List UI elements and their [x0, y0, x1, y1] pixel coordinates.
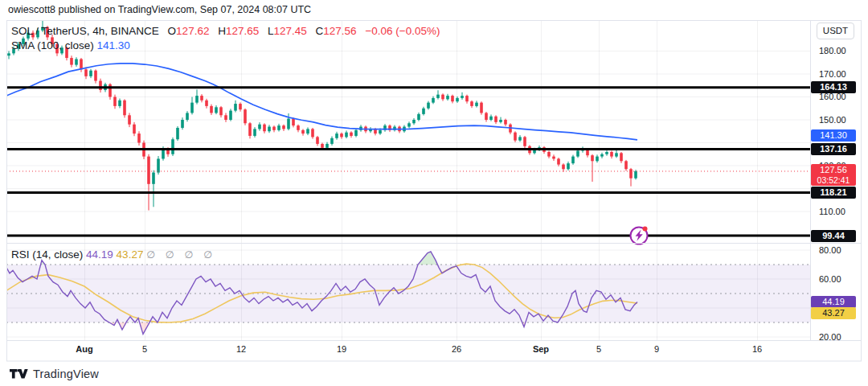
time-tick: 16 [752, 344, 762, 354]
tradingview-brand-text: TradingView [33, 368, 99, 380]
tradingview-attribution-logo[interactable]: TradingView [10, 368, 99, 380]
rsi-title: RSI (14, close) [11, 248, 83, 261]
time-tick: 5 [596, 344, 601, 354]
rsi-empty-slot-icon: ∅ [146, 249, 155, 261]
rsi-ma-value-label: 43.27 [811, 307, 856, 319]
rsi-legend[interactable]: RSI (14, close) 44.19 43.27 ∅ ∅ ∅ ∅ [11, 248, 219, 261]
last-price-value: 127.56 [811, 165, 856, 175]
rsi-value-label: 44.19 [811, 296, 856, 308]
last-price-label: 127.5603:52:41 [811, 164, 856, 186]
ohlc-low: L127.45 [268, 25, 313, 37]
change-value: −0.06 (−0.05%) [365, 25, 440, 37]
ohlc-high: H127.65 [218, 25, 264, 37]
attribution-text: owiescott8 published on TradingView.com,… [8, 4, 311, 15]
rsi-empty-slot-icon: ∅ [184, 249, 193, 261]
time-tick: 5 [142, 344, 147, 354]
flash-icon[interactable] [631, 227, 648, 244]
level-price-label: 99.44 [811, 230, 856, 242]
rsi-ma-value: 43.27 [117, 248, 144, 261]
sma-100-line[interactable] [6, 64, 637, 140]
rsi-empty-slot-icon: ∅ [166, 249, 174, 261]
level-price-label: 164.13 [811, 81, 856, 93]
rsi-empty-slot-icon: ∅ [203, 249, 212, 261]
time-tick: 9 [654, 344, 659, 354]
tradingview-icon [10, 369, 28, 380]
symbol-title: SOL / TetherUS, 4h, BINANCE [11, 25, 159, 37]
currency-toggle-button[interactable]: USDT [817, 23, 854, 39]
time-tick: 26 [452, 344, 461, 354]
bar-countdown: 03:52:41 [811, 175, 856, 186]
price-tick: 180.00 [811, 45, 858, 57]
sma-legend[interactable]: SMA (100, close) 141.30 [11, 39, 130, 51]
rsi-tick: 80.00 [811, 244, 858, 257]
rsi-tick: 20.00 [811, 331, 858, 343]
symbol-legend[interactable]: SOL / TetherUS, 4h, BINANCE O127.62 H127… [11, 25, 440, 37]
level-price-label: 118.21 [811, 187, 856, 199]
ohlc-open: O127.62 [168, 25, 215, 37]
price-tick: 150.00 [811, 114, 858, 126]
tradingview-published-chart: owiescott8 published on TradingView.com,… [0, 0, 868, 386]
time-tick: 19 [337, 344, 346, 354]
sma-price-label: 141.30 [811, 129, 856, 142]
time-tick: Sep [533, 344, 549, 354]
price-tick: 170.00 [811, 68, 858, 80]
horizontal-level-lines[interactable] [6, 88, 810, 236]
rsi-value: 44.19 [86, 248, 113, 261]
rsi-tick: 60.00 [811, 273, 858, 285]
level-price-label: 137.16 [811, 143, 856, 155]
ohlc-close: C127.56 [316, 25, 362, 37]
time-tick: 12 [236, 344, 246, 354]
price-tick: 110.00 [811, 206, 858, 218]
sma-value: 141.30 [97, 39, 130, 51]
chart-canvas[interactable] [0, 0, 868, 386]
time-tick: Aug [76, 344, 92, 354]
sma-title: SMA (100, close) [11, 39, 94, 51]
